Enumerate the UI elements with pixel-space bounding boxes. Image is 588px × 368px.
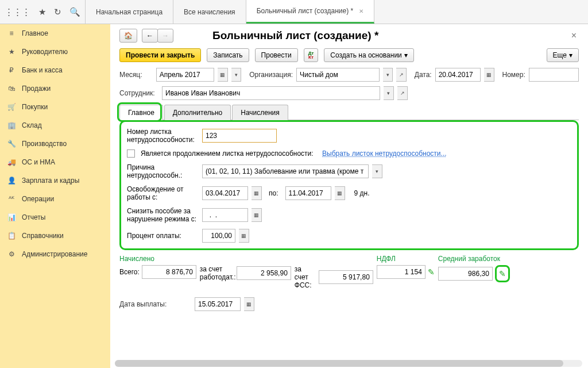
open-icon[interactable]: ↗ (397, 86, 408, 100)
sidebar-item-admin[interactable]: ⚙Администрирование (0, 245, 110, 263)
edit-avg-icon[interactable]: ✎ (499, 269, 506, 278)
star-icon[interactable]: ★ (38, 7, 46, 17)
ndfl-label: НДФЛ (377, 255, 435, 263)
avg-value: 986,30 (438, 267, 493, 281)
employer-label: за счет работодат.: (200, 265, 234, 281)
main-panel: Номер листка нетрудоспособности: Являетс… (119, 120, 579, 250)
calendar-icon[interactable]: ▦ (252, 208, 262, 222)
save-button[interactable]: Записать (207, 48, 249, 62)
tab-all-accruals[interactable]: Все начисления (173, 0, 246, 24)
accrued-label: Начислено (119, 255, 196, 263)
reason-field[interactable] (202, 164, 369, 178)
spinner-icon[interactable]: ▾ (231, 68, 241, 82)
calendar-icon[interactable]: ▦ (335, 186, 345, 200)
number-field[interactable] (529, 68, 579, 82)
calendar-icon[interactable]: ▦ (244, 297, 254, 311)
select-sheet-link[interactable]: Выбрать листок нетрудоспособности... (322, 150, 447, 158)
post-button[interactable]: Провести (255, 48, 298, 62)
wrench-icon: 🔧 (7, 140, 16, 148)
percent-field[interactable] (202, 229, 235, 243)
sidebar-item-assets[interactable]: 🚚ОС и НМА (0, 153, 110, 171)
apps-icon[interactable]: ⋮⋮⋮ (5, 7, 30, 17)
date-to-field[interactable] (285, 186, 331, 200)
fss-value: 5 917,80 (319, 270, 373, 284)
building-icon: 🏢 (7, 121, 16, 129)
sidebar-item-sales[interactable]: 🛍Продажи (0, 79, 110, 98)
sidebar-item-manager[interactable]: ★Руководителю (0, 43, 110, 61)
reduce-label: Снизить пособие за нарушение режима с: (127, 207, 199, 223)
chevron-down-icon: ▾ (569, 51, 572, 59)
org-field[interactable] (296, 68, 380, 82)
listnumber-field[interactable] (202, 129, 277, 143)
payout-date-label: Дата выплаты: (119, 300, 191, 308)
listnumber-label: Номер листка нетрудоспособности: (127, 128, 199, 144)
back-button[interactable]: ← (142, 29, 158, 43)
close-icon[interactable]: ✕ (359, 8, 363, 14)
sidebar: ≡Главное ★Руководителю ₽Банк и касса 🛍Пр… (0, 24, 110, 368)
chevron-down-icon[interactable]: ▾ (372, 164, 382, 178)
month-field[interactable] (156, 68, 215, 82)
payout-date-field[interactable] (195, 297, 241, 311)
calendar-icon[interactable]: ▦ (484, 68, 494, 82)
continuation-checkbox[interactable] (127, 150, 135, 158)
reason-label: Причина нетрудоспособн.: (127, 163, 199, 179)
create-based-button[interactable]: Создать на основании ▾ (324, 48, 414, 62)
sidebar-item-operations[interactable]: ᴬᴷОперации (0, 190, 110, 208)
chevron-down-icon: ▾ (404, 51, 408, 59)
days-count: 9 дн. (354, 189, 370, 197)
sidebar-item-purchases[interactable]: 🛒Покупки (0, 98, 110, 116)
post-close-button[interactable]: Провести и закрыть (119, 48, 201, 62)
date-from-field[interactable] (202, 186, 248, 200)
tab-accruals[interactable]: Начисления (232, 105, 288, 120)
sidebar-item-bank[interactable]: ₽Банк и касса (0, 61, 110, 79)
edit-ndfl-icon[interactable]: ✎ (428, 267, 435, 277)
month-label: Месяц: (119, 71, 153, 79)
date-label: Дата: (415, 71, 432, 79)
search-icon[interactable]: 🔍 (69, 7, 80, 17)
toolbar-icons: ⋮⋮⋮ ★ ↻ 🔍 (0, 0, 86, 24)
cart-icon: 🛒 (7, 103, 16, 111)
home-button[interactable]: 🏠 (119, 29, 137, 43)
ruble-icon: ₽ (7, 66, 16, 74)
page-title: Больничный лист (создание) * (178, 29, 564, 42)
ops-icon: ᴬᴷ (7, 195, 16, 203)
calendar-icon[interactable]: ▦ (252, 186, 262, 200)
tab-sickleave[interactable]: Больничный лист (создание) *✕ (246, 0, 375, 24)
tab-main[interactable]: Главное (119, 105, 163, 120)
free-from-label: Освобождение от работы с: (127, 185, 199, 201)
dtkt-button[interactable]: ДтКт (304, 48, 319, 62)
history-icon[interactable]: ↻ (54, 7, 61, 17)
sidebar-item-payroll[interactable]: 👤Зарплата и кадры (0, 171, 110, 190)
more-button[interactable]: Еще ▾ (547, 48, 579, 62)
sidebar-item-reports[interactable]: 📊Отчеты (0, 208, 110, 227)
star-icon: ★ (7, 48, 16, 56)
employee-field[interactable] (162, 86, 380, 100)
menu-icon: ≡ (7, 29, 16, 37)
list-icon: 📋 (7, 232, 16, 240)
spinner-icon[interactable]: ▦ (239, 229, 249, 243)
employee-label: Сотрудник: (119, 89, 158, 97)
sidebar-item-warehouse[interactable]: 🏢Склад (0, 116, 110, 135)
gear-icon: ⚙ (7, 250, 16, 258)
sidebar-item-production[interactable]: 🔧Производство (0, 135, 110, 153)
reduce-field[interactable] (202, 208, 248, 222)
chevron-down-icon[interactable]: ▾ (384, 86, 394, 100)
date-field[interactable] (435, 68, 481, 82)
forward-button[interactable]: → (157, 29, 173, 43)
chart-icon: 📊 (7, 213, 16, 221)
org-label: Организация: (249, 71, 293, 79)
tab-additional[interactable]: Дополнительно (164, 105, 231, 120)
sidebar-item-directories[interactable]: 📋Справочники (0, 227, 110, 245)
total-value: 8 876,70 (142, 265, 196, 279)
close-button[interactable]: × (569, 30, 579, 41)
open-icon[interactable]: ↗ (396, 68, 406, 82)
chevron-down-icon[interactable]: ▾ (383, 68, 393, 82)
total-label: Всего: (119, 268, 140, 276)
avg-label: Средний заработок (438, 255, 510, 263)
continuation-label: Является продолжением листка нетрудоспос… (141, 150, 314, 158)
horizontal-scrollbar[interactable] (115, 360, 582, 367)
calendar-icon[interactable]: ▦ (218, 68, 227, 82)
tab-home[interactable]: Начальная страница (86, 0, 173, 24)
employer-value: 2 958,90 (237, 266, 291, 280)
sidebar-item-main[interactable]: ≡Главное (0, 24, 110, 43)
